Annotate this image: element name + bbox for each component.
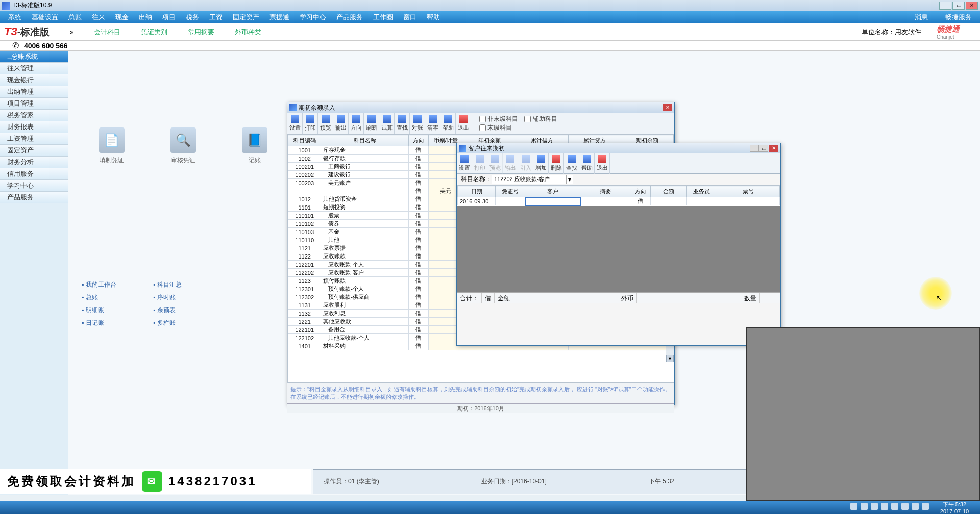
tb-refresh[interactable]: 刷新 xyxy=(364,113,379,134)
tb-help[interactable]: 帮助 xyxy=(440,113,456,134)
menu-item[interactable]: 工作圈 xyxy=(368,13,398,22)
w1-close-button[interactable]: ✕ xyxy=(663,104,672,111)
menu-item[interactable]: 窗口 xyxy=(398,13,422,22)
menu-item[interactable]: 总账 xyxy=(63,13,87,22)
tb-reconcile[interactable]: 对账 xyxy=(410,113,425,134)
link-item[interactable]: 序时账 xyxy=(153,293,225,302)
tb-direction[interactable]: 方向 xyxy=(349,113,364,134)
close-button[interactable]: ✕ xyxy=(966,2,978,10)
sidebar-item[interactable]: 往来管理 xyxy=(0,63,68,74)
w2-row[interactable]: 2016-09-30 借 xyxy=(458,197,780,205)
tb-print[interactable]: 打印 xyxy=(303,113,318,134)
tb-exit[interactable]: 退出 xyxy=(456,113,471,134)
sidebar-item[interactable]: 现金银行 xyxy=(0,74,68,86)
menu-item[interactable]: 产品服务 xyxy=(331,13,368,22)
sidebar-item[interactable]: 税务管家 xyxy=(0,110,68,121)
menu-item[interactable]: 固定资产 xyxy=(228,13,264,22)
tb2-settings[interactable]: 设置 xyxy=(457,153,472,174)
check-leaf[interactable] xyxy=(479,124,486,131)
tray-icon[interactable] xyxy=(912,503,919,510)
link-item[interactable]: 日记账 xyxy=(82,319,153,327)
quicklink[interactable]: 外币种类 xyxy=(235,28,261,37)
flow-post[interactable]: 📘记账 xyxy=(242,127,267,165)
col-summary[interactable]: 摘要 xyxy=(580,186,630,197)
col-sales[interactable]: 业务员 xyxy=(687,186,717,197)
cell-customer[interactable] xyxy=(525,197,580,205)
tb2-import[interactable]: 引入 xyxy=(518,153,533,174)
menu-item[interactable]: 出纳 xyxy=(134,13,157,22)
tb-clear[interactable]: 清零 xyxy=(425,113,440,134)
sidebar-item[interactable]: 出纳管理 xyxy=(0,86,68,98)
w1-titlebar[interactable]: 期初余额录入 ✕ xyxy=(287,102,674,113)
cell-dir[interactable]: 借 xyxy=(630,197,651,205)
tb-settings[interactable]: 设置 xyxy=(287,113,303,134)
link-item[interactable]: 我的工作台 xyxy=(82,280,153,289)
flow-new-voucher[interactable]: 📄填制凭证 xyxy=(99,127,125,165)
sidebar-item[interactable]: 信用服务 xyxy=(0,168,68,180)
tb2-preview[interactable]: 预览 xyxy=(487,153,503,174)
check-nonleaf[interactable] xyxy=(479,116,486,122)
tray-icon[interactable] xyxy=(850,503,857,510)
tray-icon[interactable] xyxy=(922,503,929,510)
cell-summary[interactable] xyxy=(580,197,630,205)
menu-item[interactable]: 往来 xyxy=(87,13,110,22)
flow-audit[interactable]: 🔍审核凭证 xyxy=(170,127,196,165)
w2-close-button[interactable]: ✕ xyxy=(769,145,778,152)
scroll-down[interactable]: ▼ xyxy=(666,355,674,362)
w2-grid[interactable]: 日期 凭证号 客户 摘要 方向 金额 业务员 票号 2016-09-30 xyxy=(457,185,780,285)
menu-right[interactable]: 消息 xyxy=(910,13,933,22)
sidebar-item[interactable]: 财务报表 xyxy=(0,121,68,133)
menu-item[interactable]: 系统 xyxy=(3,13,27,22)
sidebar-item[interactable]: 固定资产 xyxy=(0,145,68,157)
sidebar-item[interactable]: 产品服务 xyxy=(0,192,68,203)
w1-col[interactable]: 科目名称 xyxy=(321,135,409,146)
cell-voucher[interactable] xyxy=(496,197,525,205)
cell-sales[interactable] xyxy=(687,197,717,205)
sidebar-item[interactable]: 工资管理 xyxy=(0,133,68,145)
cell-receipt[interactable] xyxy=(717,197,780,205)
tb2-exit[interactable]: 退出 xyxy=(595,153,610,174)
tb-trial[interactable]: 试算 xyxy=(379,113,395,134)
link-item[interactable]: 多栏账 xyxy=(153,319,225,327)
link-item[interactable]: 科目汇总 xyxy=(153,280,225,289)
taskbar[interactable]: 下午 5:32 2017-07-10 xyxy=(0,501,980,514)
minimize-button[interactable]: — xyxy=(939,2,951,10)
menu-item[interactable]: 基础设置 xyxy=(27,13,63,22)
tray-icon[interactable] xyxy=(871,503,878,510)
sidebar-item[interactable]: 项目管理 xyxy=(0,98,68,110)
tb-find[interactable]: 查找 xyxy=(395,113,410,134)
w1-col[interactable]: 科目编码 xyxy=(288,135,321,146)
tb-preview[interactable]: 预览 xyxy=(318,113,333,134)
sidebar-item[interactable]: 财务分析 xyxy=(0,157,68,168)
tb2-export[interactable]: 输出 xyxy=(503,153,518,174)
link-item[interactable]: 总账 xyxy=(82,293,153,302)
tray-icon[interactable] xyxy=(861,503,868,510)
tray-icon[interactable] xyxy=(891,503,898,510)
tray-icon[interactable] xyxy=(901,503,909,510)
col-amount[interactable]: 金额 xyxy=(651,186,687,197)
quicklink[interactable]: 凭证类别 xyxy=(141,28,167,37)
menu-item[interactable]: 帮助 xyxy=(422,13,445,22)
taskbar-clock[interactable]: 下午 5:32 2017-07-10 xyxy=(933,501,976,514)
dropdown-icon[interactable]: ▾ xyxy=(566,175,573,184)
sidebar-item-gl[interactable]: ≡ 总账系统 xyxy=(0,51,68,63)
menu-item[interactable]: 工资 xyxy=(204,13,228,22)
cell-date[interactable]: 2016-09-30 xyxy=(458,197,496,205)
tb2-add[interactable]: 增加 xyxy=(533,153,549,174)
w2-min-button[interactable]: — xyxy=(750,145,759,152)
subject-input[interactable] xyxy=(492,175,573,184)
menu-item[interactable]: 项目 xyxy=(157,13,181,22)
quicklink[interactable]: 会计科目 xyxy=(94,28,120,37)
sidebar-item[interactable]: 学习中心 xyxy=(0,180,68,192)
maximize-button[interactable]: ▭ xyxy=(952,2,965,10)
cell-amount[interactable] xyxy=(651,197,687,205)
tb2-find[interactable]: 查找 xyxy=(564,153,579,174)
menu-right[interactable]: 畅捷服务 xyxy=(940,13,977,22)
col-receipt[interactable]: 票号 xyxy=(717,186,780,197)
w2-titlebar[interactable]: 客户往来期初 — ▭ ✕ xyxy=(457,143,780,153)
link-item[interactable]: 明细账 xyxy=(82,306,153,315)
menu-item[interactable]: 税务 xyxy=(181,13,204,22)
col-voucher[interactable]: 凭证号 xyxy=(496,186,525,197)
tray[interactable] xyxy=(850,503,929,510)
link-item[interactable]: 余额表 xyxy=(153,306,225,315)
